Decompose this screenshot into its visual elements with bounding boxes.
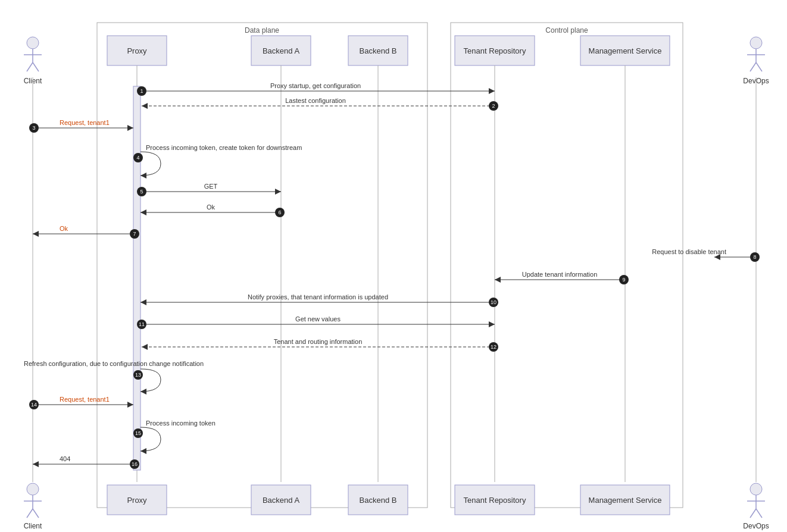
msg15-num: 15 [135,430,141,436]
svg-line-10 [756,62,762,71]
svg-line-3 [27,62,33,71]
proxy-active-1 [133,86,140,470]
msg13-self [140,369,161,392]
msg11-label: Get new values [295,315,341,323]
msg13-arrow [140,389,146,395]
control-plane-group [451,23,683,508]
msg5-label: GET [204,183,218,190]
msg6-arrow [140,209,146,215]
backendA-label-bottom: Backend A [263,496,299,505]
svg-line-22 [756,509,762,518]
mgmtService-label-bottom: Management Service [589,496,662,505]
tenantRepo-label-bottom: Tenant Repository [464,496,526,505]
msg10-num: 10 [491,299,496,305]
msg1-label: Proxy startup, get configuration [270,82,361,89]
msg7-num: 7 [133,231,136,237]
svg-line-21 [750,509,756,518]
msg11-arrow [489,321,495,327]
backendB-label-top: Backend B [360,46,397,55]
msg3-num: 3 [32,125,35,131]
msg9-num: 9 [622,277,625,283]
data-plane-label: Data plane [245,26,279,35]
svg-line-9 [750,62,756,71]
msg3-label: Request, tenant1 [60,119,110,126]
svg-line-4 [33,62,39,71]
msg15-label: Process incoming token [146,420,216,427]
svg-point-6 [750,37,762,49]
svg-point-0 [27,37,39,49]
msg14-num: 14 [31,402,37,408]
msg2-label: Lastest configuration [285,97,346,104]
msg16-num: 16 [132,461,138,467]
msg12-arrow [142,344,148,350]
svg-line-16 [33,509,39,518]
mgmtService-label-top: Management Service [589,46,662,55]
svg-point-12 [27,483,39,495]
msg1-num: 1 [140,88,143,94]
msg12-label: Tenant and routing information [274,338,363,345]
msg7-arrow [33,231,39,237]
msg2-arrow [142,103,148,109]
msg14-arrow [127,402,133,408]
devops-actor-bottom: DevOps [743,483,769,530]
svg-text:DevOps: DevOps [743,522,769,530]
msg13-label: Refresh configuration, due to configurat… [24,360,204,367]
msg5-arrow [275,189,281,195]
client-actor-bottom: Client [24,483,42,530]
control-plane-label: Control plane [545,26,588,35]
svg-point-18 [750,483,762,495]
tenantRepo-label-top: Tenant Repository [464,46,526,55]
msg2-num: 2 [492,103,495,109]
msg5-num: 5 [140,189,143,195]
msg6-num: 6 [278,209,281,215]
msg15-arrow [140,448,146,454]
backendB-label-bottom: Backend B [360,496,397,505]
msg6-label: Ok [207,204,216,211]
svg-text:Client: Client [24,522,42,530]
msg4-self [140,152,161,176]
backendA-label-top: Backend A [263,46,299,55]
msg8-label: Request to disable tenant [652,248,726,255]
msg9-label: Update tenant information [522,271,598,278]
svg-line-15 [27,509,33,518]
msg8-num: 8 [753,254,756,260]
msg15-self [140,427,161,451]
msg4-label: Process incoming token, create token for… [146,144,302,151]
msg13-num: 13 [135,372,141,378]
proxy-label-top: Proxy [127,46,147,55]
msg12-num: 12 [491,344,496,350]
msg11-num: 11 [139,321,145,327]
msg9-arrow [495,277,501,283]
msg16-label: 404 [60,455,70,462]
diagram: Data plane Control plane Proxy Backend A… [0,0,787,532]
msg4-num: 4 [136,155,139,161]
msg10-label: Notify proxies, that tenant information … [248,293,388,301]
msg1-arrow [489,88,495,94]
msg14-label: Request, tenant1 [60,396,110,403]
msg3-arrow [127,125,133,131]
proxy-label-bottom: Proxy [127,496,147,505]
msg7-label: Ok [60,225,68,232]
msg16-arrow [33,461,39,467]
msg4-arrow [140,173,146,179]
msg10-arrow [140,299,146,305]
